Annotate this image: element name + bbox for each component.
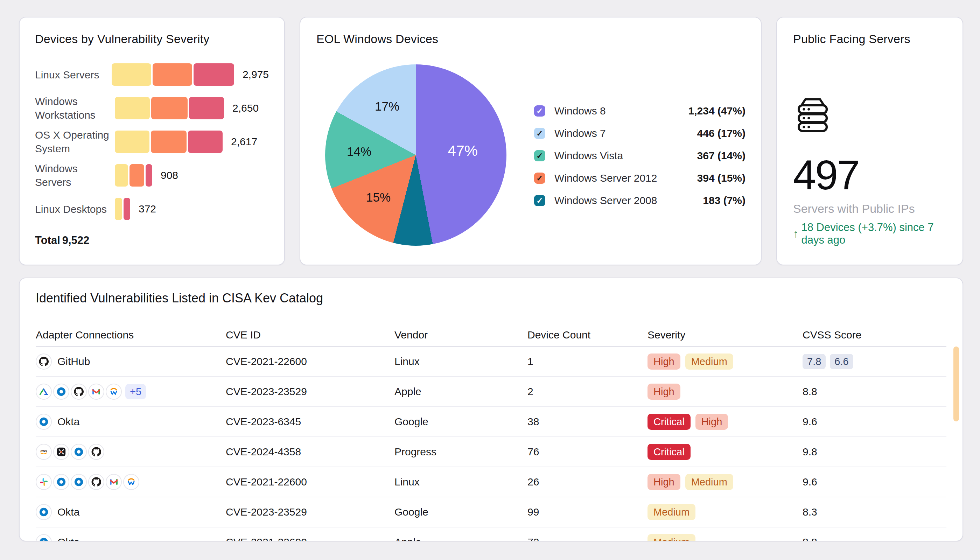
cvss-score-cell: 9.6: [803, 476, 947, 488]
severity-badge-medium: Medium: [685, 474, 733, 490]
okta-icon[interactable]: [36, 414, 52, 430]
card-devices-by-vulnerability-severity: Devices by Vulnerability Severity Linux …: [19, 17, 285, 265]
arrow-up-icon: ↑: [793, 228, 799, 240]
okta-icon[interactable]: [53, 383, 69, 400]
bar-category-label: OS X Operating System: [35, 128, 115, 155]
legend-item-windows-server-2008[interactable]: ✓ Windows Server 2008 183 (7%): [534, 195, 745, 207]
legend-label: Windows 7: [554, 127, 606, 139]
bar-value: 2,617: [231, 136, 257, 148]
column-header-severity[interactable]: Severity: [648, 329, 803, 341]
table-row[interactable]: Okta CVE-2023-6345 Google 38 Critical Hi…: [36, 407, 947, 437]
severity-badge-critical: Critical: [648, 414, 690, 430]
legend-value: 1,234 (47%): [688, 105, 745, 117]
severity-cell: High: [648, 383, 803, 400]
okta-icon[interactable]: [71, 444, 87, 460]
table-row[interactable]: +5 CVE-2023-23529 Apple 2 High 8.8: [36, 377, 947, 407]
severity-cell: Critical: [648, 444, 803, 460]
adapter-connections-cell: [36, 444, 226, 460]
pie-slice-label: 14%: [347, 145, 372, 158]
github-icon[interactable]: [88, 474, 104, 490]
okta-icon[interactable]: [71, 474, 87, 490]
stacked-bar[interactable]: [115, 130, 223, 153]
vendor-cell: Google: [395, 506, 527, 518]
device-count-cell: 38: [527, 416, 648, 428]
column-header-cvss-score[interactable]: CVSS Score: [803, 329, 947, 341]
pie-slice-label: 47%: [448, 142, 478, 159]
card-eol-windows-devices: EOL Windows Devices 47% 17% 14% 15% ✓ Wi…: [300, 17, 762, 265]
cve-id-cell: CVE-2021-22600: [226, 476, 395, 488]
stacked-bar-chart: Linux Servers 2,975 Windows Workstations…: [35, 58, 269, 226]
legend-item-windows-vista[interactable]: ✓ Windows Vista 367 (14%): [534, 150, 745, 162]
device-count-cell: 99: [527, 506, 648, 518]
bar-category-label: Linux Desktops: [35, 202, 115, 216]
vendor-cell: Linux: [395, 476, 527, 488]
more-adapters-chip[interactable]: +5: [125, 384, 146, 399]
legend-item-windows-server-2012[interactable]: ✓ Windows Server 2012 394 (15%): [534, 172, 745, 184]
checkbox-windows-7[interactable]: ✓: [534, 128, 545, 139]
adapter-label: Okta: [57, 536, 80, 542]
bar-row: Windows Workstations 2,650: [35, 92, 269, 125]
github-icon[interactable]: [71, 383, 87, 400]
table-row[interactable]: CVE-2021-22600 Linux 26 High Medium 9.6: [36, 467, 947, 497]
x-node-icon[interactable]: [53, 444, 69, 460]
severity-badge-medium: Medium: [685, 353, 733, 370]
checkbox-windows-server-2012[interactable]: ✓: [534, 173, 545, 184]
table-row[interactable]: GitHub CVE-2021-22600 Linux 1 High Mediu…: [36, 347, 947, 377]
severity-cell: Medium: [648, 504, 803, 520]
slack-icon[interactable]: [36, 474, 52, 490]
bar-row: Linux Servers 2,975: [35, 58, 269, 92]
autodesk-icon[interactable]: [36, 383, 52, 400]
kpi-trend: ↑ 18 Devices (+3.7%) since 7 days ago: [793, 221, 947, 247]
legend-item-windows-7[interactable]: ✓ Windows 7 446 (17%): [534, 127, 745, 139]
adapter-label: Okta: [57, 506, 80, 518]
stacked-bar[interactable]: [112, 63, 234, 86]
gmail-icon[interactable]: [88, 383, 104, 400]
vendor-cell: Apple: [395, 386, 527, 398]
table-row[interactable]: Okta CVE-2023-23529 Google 99 Medium 8.3: [36, 497, 947, 527]
vendor-cell: Apple: [395, 536, 527, 542]
stacked-bar[interactable]: [115, 97, 224, 119]
legend-value: 367 (14%): [697, 150, 745, 162]
stacked-bar[interactable]: [115, 198, 130, 220]
vendor-cell: Progress: [395, 446, 527, 458]
card-public-facing-servers: Public Facing Servers 497 Servers with P…: [776, 17, 963, 265]
trend-text: 18 Devices (+3.7%) since 7 days ago: [802, 221, 947, 247]
adapter-connections-cell: Okta: [36, 504, 226, 520]
column-header-vendor[interactable]: Vendor: [395, 329, 527, 341]
table-row[interactable]: Okta CVE-2021-22600 Apple 72 Medium 8.8: [36, 527, 947, 542]
github-icon[interactable]: [36, 353, 52, 370]
column-header-cve-id[interactable]: CVE ID: [226, 329, 395, 341]
github-icon[interactable]: [88, 444, 104, 460]
card-title: Public Facing Servers: [793, 32, 947, 46]
bar-value: 2,975: [243, 68, 269, 80]
severity-cell: High Medium: [648, 474, 803, 490]
severity-cell: Critical High: [648, 414, 803, 430]
okta-icon[interactable]: [36, 504, 52, 520]
okta-icon[interactable]: [36, 534, 52, 542]
gmail-icon[interactable]: [106, 474, 122, 490]
workday-icon[interactable]: [123, 474, 139, 490]
workday-icon[interactable]: [106, 383, 122, 400]
eol-pie-chart[interactable]: 47% 17% 14% 15%: [325, 64, 507, 246]
checkbox-windows-8[interactable]: ✓: [534, 105, 545, 117]
table-scrollbar-thumb[interactable]: [953, 347, 959, 422]
cve-id-cell: CVE-2021-22600: [226, 536, 395, 542]
bar-row: OS X Operating System 2,617: [35, 125, 269, 158]
cvss-score-badge: 6.6: [830, 354, 853, 369]
total-value: 9,522: [62, 234, 90, 247]
table-row[interactable]: CVE-2024-4358 Progress 76 Critical 9.8: [36, 437, 947, 467]
checkbox-windows-server-2008[interactable]: ✓: [534, 195, 545, 206]
bar-row: Linux Desktops 372: [35, 192, 269, 226]
cvss-score-cell: 7.8 6.6: [803, 354, 947, 369]
okta-icon[interactable]: [53, 474, 69, 490]
chart-total: Total9,522: [35, 234, 269, 247]
stacked-bar[interactable]: [115, 164, 152, 187]
checkbox-windows-vista[interactable]: ✓: [534, 150, 545, 162]
legend-item-windows-8[interactable]: ✓ Windows 8 1,234 (47%): [534, 105, 745, 117]
bar-category-label: Windows Servers: [35, 162, 115, 189]
bar-value: 2,650: [232, 102, 258, 114]
aws-icon[interactable]: [36, 444, 52, 460]
device-count-cell: 72: [527, 536, 648, 542]
column-header-adapter-connections[interactable]: Adapter Connections: [36, 329, 226, 341]
column-header-device-count[interactable]: Device Count: [527, 329, 648, 341]
